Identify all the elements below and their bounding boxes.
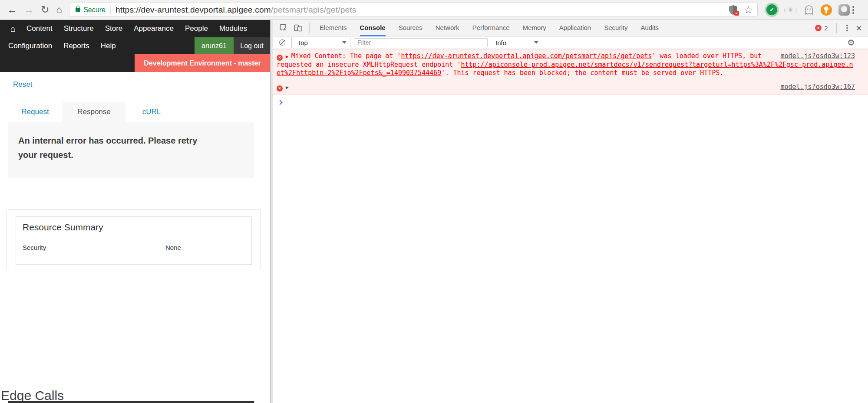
admin-link-configuration[interactable]: Configuration xyxy=(3,42,58,50)
devtools-panel: Elements Console Sources Network Perform… xyxy=(273,20,868,403)
console-prompt[interactable] xyxy=(273,95,868,109)
tabbar-divider-right xyxy=(836,23,837,33)
home-icon[interactable]: ⌂ xyxy=(56,5,62,15)
mixed-content-error-message: Mixed Content: The page at 'https://dev-… xyxy=(277,52,853,77)
back-icon[interactable]: ← xyxy=(7,5,17,15)
tabbar-divider xyxy=(309,23,310,33)
devtools-tab-network[interactable]: Network xyxy=(436,20,459,36)
devtools-tab-elements[interactable]: Elements xyxy=(320,20,347,36)
chevron-down-icon-2 xyxy=(534,41,538,44)
admin-link-help[interactable]: Help xyxy=(95,42,122,50)
devtools-tab-sources[interactable]: Sources xyxy=(399,20,422,36)
resource-summary-row: Security None xyxy=(16,238,251,264)
clear-console-icon[interactable] xyxy=(279,39,285,46)
resource-summary-card: Resource Summary Security None xyxy=(7,209,261,270)
tab-response[interactable]: Response xyxy=(63,102,125,122)
console-source-link[interactable]: model.js?osdo3w:123 xyxy=(780,52,855,60)
url-text[interactable]: https://dev-aruntest.devportal.apigee.co… xyxy=(116,5,356,15)
console-error-row-2: model.js?osdo3w:167 ×▶ xyxy=(273,80,868,95)
devtools-tab-audits[interactable]: Audits xyxy=(640,20,659,36)
url-domain: https://dev-aruntest.devportal.apigee.co… xyxy=(116,5,271,14)
log-level-value: Info xyxy=(495,39,506,46)
website-pane: ⌂ Content Structure Store Appearance Peo… xyxy=(0,20,270,403)
error-text-1: Mixed Content: The page at ' xyxy=(291,52,401,60)
response-error-panel: An internal error has occurred. Please r… xyxy=(8,122,254,178)
console-settings-gear-icon[interactable]: ⚙ xyxy=(847,38,855,47)
error-icon-2: × xyxy=(277,85,283,92)
logout-button[interactable]: Log out xyxy=(234,37,270,54)
browser-toolbar: ← → ↻ ⌂ Secure https://dev-aruntest.devp… xyxy=(0,0,868,20)
console-toolbar: top Info ⚙ xyxy=(273,36,868,49)
gray-app-extension-icon[interactable] xyxy=(838,4,850,16)
edge-calls-heading: Edge Calls xyxy=(1,388,64,401)
tab-request[interactable]: Request xyxy=(8,102,63,122)
inspect-element-icon[interactable] xyxy=(280,24,288,32)
error-icon: × xyxy=(277,55,283,61)
execution-context-value: top xyxy=(299,39,308,46)
admin-link-people[interactable]: People xyxy=(179,24,214,33)
omnibox-divider xyxy=(110,6,111,14)
pane-divider[interactable] xyxy=(270,20,273,403)
device-toolbar-icon[interactable] xyxy=(294,24,303,32)
devtools-tab-performance[interactable]: Performance xyxy=(472,20,510,36)
disabled-extension-icon[interactable]: r ✱ | xyxy=(784,7,797,13)
execution-context-selector[interactable]: top xyxy=(295,39,347,46)
admin-link-reports[interactable]: Reports xyxy=(58,42,95,50)
devtools-tab-application[interactable]: Application xyxy=(559,20,591,36)
chevron-down-icon xyxy=(342,41,347,44)
shield-blocked-badge: × xyxy=(734,11,739,16)
console-prompt-chevron-icon xyxy=(277,100,282,105)
expand-triangle-icon-2[interactable]: ▶ xyxy=(286,85,289,90)
environment-banner: Development Environment - master xyxy=(135,54,270,72)
admin-home-icon[interactable]: ⌂ xyxy=(5,24,21,34)
expand-triangle-icon[interactable]: ▶ xyxy=(286,54,289,59)
tab-curl[interactable]: cURL xyxy=(125,102,178,122)
secure-label: Secure xyxy=(83,6,106,14)
url-path: /petsmart/apis/get/pets xyxy=(271,5,356,14)
forward-icon[interactable]: → xyxy=(24,5,34,15)
console-error-row-1: model.js?osdo3w:123 ×▶Mixed Content: The… xyxy=(273,49,868,80)
user-button[interactable]: arunz61 xyxy=(195,37,234,54)
shield-blocked-icon[interactable]: × xyxy=(728,5,738,15)
error-badge-icon[interactable]: × xyxy=(815,25,822,31)
admin-link-appearance[interactable]: Appearance xyxy=(128,24,179,33)
address-bar[interactable]: Secure https://dev-aruntest.devportal.ap… xyxy=(69,3,758,17)
ghost-extension-icon[interactable] xyxy=(804,4,814,16)
extension-area: ✓ r ✱ | xyxy=(765,4,850,16)
devtools-tab-security[interactable]: Security xyxy=(604,20,627,36)
devtools-tabbar: Elements Console Sources Network Perform… xyxy=(273,20,868,36)
console-messages: model.js?osdo3w:123 ×▶Mixed Content: The… xyxy=(273,49,868,109)
devtools-menu-icon[interactable] xyxy=(846,25,848,32)
admin-menu-row-1: ⌂ Content Structure Store Appearance Peo… xyxy=(0,20,253,37)
page-url-link[interactable]: https://dev-aruntest.devportal.apigee.co… xyxy=(401,52,652,60)
console-filter-input[interactable] xyxy=(354,38,488,47)
browser-menu-icon[interactable] xyxy=(852,6,854,14)
resource-summary-value: None xyxy=(165,244,181,251)
code-block-edge xyxy=(8,401,254,403)
green-check-extension-icon[interactable]: ✓ xyxy=(766,4,777,15)
openvpn-extension-icon[interactable] xyxy=(821,4,832,16)
edge-calls-heading-wrap: Edge Calls xyxy=(1,388,64,401)
resource-summary-title: Resource Summary xyxy=(16,217,251,238)
console-toolbar-divider-2 xyxy=(350,37,350,48)
reset-link[interactable]: Reset xyxy=(13,80,32,89)
error-text-3: '. This request has been blocked; the co… xyxy=(441,69,723,77)
admin-link-content[interactable]: Content xyxy=(21,24,58,33)
admin-link-store[interactable]: Store xyxy=(99,24,129,33)
devtools-tab-memory[interactable]: Memory xyxy=(523,20,546,36)
error-badge-count: 2 xyxy=(824,24,828,32)
refresh-icon[interactable]: ↻ xyxy=(41,5,49,15)
admin-link-structure[interactable]: Structure xyxy=(58,24,99,33)
console-source-link-2[interactable]: model.js?osdo3w:167 xyxy=(780,83,855,91)
resource-summary-table: Resource Summary Security None xyxy=(16,216,252,265)
devtools-close-icon[interactable]: × xyxy=(856,23,862,33)
console-toolbar-divider xyxy=(291,37,292,48)
resource-summary-label: Security xyxy=(23,244,46,251)
admin-link-modules[interactable]: Modules xyxy=(214,24,253,33)
api-console-tabs: Request Response cURL xyxy=(8,102,178,122)
star-icon[interactable]: ☆ xyxy=(744,5,753,15)
log-level-selector[interactable]: Info xyxy=(493,39,538,46)
drupal-admin-bar: ⌂ Content Structure Store Appearance Peo… xyxy=(0,20,270,72)
devtools-tab-console[interactable]: Console xyxy=(360,20,386,36)
response-error-message: An internal error has occurred. Please r… xyxy=(18,134,218,162)
